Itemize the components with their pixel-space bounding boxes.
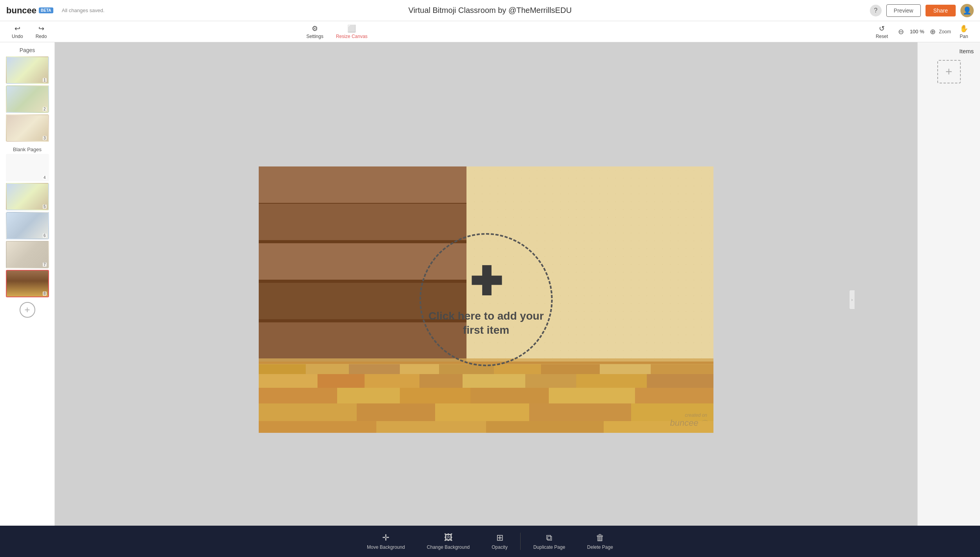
pan-button[interactable]: ✋ Pan: [954, 22, 974, 42]
svg-rect-40: [529, 403, 631, 421]
watermark-swirl: ⌒: [700, 420, 707, 427]
opacity-button[interactable]: ⊞ Opacity: [481, 530, 519, 553]
svg-rect-7: [259, 240, 466, 243]
svg-rect-25: [365, 374, 419, 388]
page-num-3: 3: [43, 136, 47, 140]
page-title: Virtual Bitmoji Classroom by @TheMerrill…: [408, 6, 572, 15]
page-thumb-4[interactable]: 4: [6, 154, 49, 181]
redo-button[interactable]: ↪ Redo: [30, 22, 53, 42]
zoom-out-button[interactable]: ⊖: [897, 26, 906, 38]
page-thumb-5[interactable]: 5: [6, 183, 49, 210]
page-num-1: 1: [43, 78, 47, 82]
svg-rect-31: [259, 388, 337, 403]
add-item-panel-button[interactable]: +: [937, 60, 961, 83]
undo-button[interactable]: ↩ Undo: [6, 22, 29, 42]
add-item-circle[interactable]: ✚ Click here to add your first item: [419, 233, 553, 366]
reset-icon: ↺: [879, 24, 885, 33]
svg-rect-36: [635, 388, 713, 403]
zoom-group: ⊖ 100 % ⊕ Zoom: [897, 26, 951, 38]
zoom-value: 100 %: [907, 29, 927, 34]
beta-badge: BETA: [39, 7, 53, 13]
page-thumb-1[interactable]: 1: [6, 56, 49, 84]
watermark-brand: buncee: [670, 418, 698, 428]
change-background-button[interactable]: 🖼 Change Background: [416, 530, 481, 553]
page-num-7: 7: [43, 262, 47, 267]
svg-rect-28: [525, 374, 576, 388]
move-bg-icon: ✛: [382, 533, 389, 543]
opacity-label: Opacity: [492, 544, 508, 550]
saved-status: All changes saved.: [62, 7, 105, 13]
settings-button[interactable]: ⚙ Settings: [301, 22, 329, 42]
resize-canvas-icon: ⬜: [347, 24, 356, 33]
reset-label: Reset: [876, 34, 888, 39]
svg-rect-34: [470, 388, 549, 403]
page-thumb-6[interactable]: 6: [6, 212, 49, 239]
svg-rect-6: [259, 204, 466, 241]
svg-rect-39: [435, 403, 529, 421]
page-num-8: 8: [43, 291, 47, 296]
page-thumb-3[interactable]: 3: [6, 114, 49, 142]
reset-button[interactable]: ↺ Reset: [870, 22, 893, 42]
share-button[interactable]: Share: [926, 5, 956, 16]
page-num-2: 2: [43, 107, 47, 111]
page-num-4: 4: [43, 175, 47, 180]
svg-rect-38: [357, 403, 435, 421]
canvas-area[interactable]: ✚ Click here to add your first item crea…: [55, 42, 917, 557]
redo-icon: ↪: [38, 24, 44, 33]
redo-label: Redo: [36, 34, 47, 39]
main-layout: Pages 1 2 3 Blank Pages 4 5 6: [0, 42, 980, 557]
blank-pages-label: Blank Pages: [13, 146, 42, 152]
delete-page-button[interactable]: 🗑 Delete Page: [576, 530, 624, 553]
add-item-text: Click here to add your first item: [421, 309, 551, 338]
pages-sidebar: Pages 1 2 3 Blank Pages 4 5 6: [0, 42, 55, 557]
svg-rect-24: [318, 374, 365, 388]
pan-label: Pan: [960, 34, 968, 39]
preview-button[interactable]: Preview: [886, 4, 921, 17]
svg-rect-29: [576, 374, 647, 388]
delete-label: Delete Page: [587, 544, 613, 550]
resize-canvas-label: Resize Canvas: [336, 34, 368, 39]
canvas-wrapper: ✚ Click here to add your first item crea…: [259, 166, 713, 433]
avatar[interactable]: 👤: [960, 4, 974, 17]
move-background-button[interactable]: ✛ Move Background: [356, 530, 416, 553]
watermark-created: created on: [670, 412, 707, 418]
bottom-toolbar: ✛ Move Background 🖼 Change Background ⊞ …: [0, 526, 980, 557]
logo-area: buncee BETA All changes saved.: [6, 5, 105, 16]
items-header: Items: [921, 45, 977, 57]
zoom-label: Zoom: [939, 29, 951, 34]
zoom-controls: ↺ Reset ⊖ 100 % ⊕ Zoom ✋ Pan: [870, 22, 974, 42]
help-button[interactable]: ?: [870, 5, 882, 16]
svg-rect-27: [463, 374, 525, 388]
duplicate-page-button[interactable]: ⧉ Duplicate Page: [522, 530, 576, 553]
logo: buncee: [6, 5, 36, 16]
toolbar: ↩ Undo ↪ Redo ⚙ Settings ⬜ Resize Canvas…: [0, 21, 980, 42]
add-page-button[interactable]: +: [20, 302, 35, 318]
undo-icon: ↩: [15, 24, 20, 33]
undo-redo-group: ↩ Undo ↪ Redo: [6, 22, 52, 42]
page-thumb-8[interactable]: 8: [6, 270, 49, 297]
pan-icon: ✋: [960, 24, 968, 33]
svg-rect-35: [549, 388, 635, 403]
svg-rect-23: [259, 374, 318, 388]
settings-icon: ⚙: [312, 24, 318, 33]
toolbar-center: ⚙ Settings ⬜ Resize Canvas: [301, 22, 373, 42]
move-bg-label: Move Background: [367, 544, 405, 550]
svg-rect-26: [419, 374, 463, 388]
svg-rect-43: [376, 421, 486, 433]
svg-rect-4: [259, 166, 466, 204]
svg-rect-42: [259, 421, 376, 433]
expand-right-handle[interactable]: ›: [849, 290, 855, 309]
undo-label: Undo: [12, 34, 23, 39]
watermark: created on buncee ⌒: [670, 412, 707, 428]
header: buncee BETA All changes saved. Virtual B…: [0, 0, 980, 21]
opacity-icon: ⊞: [496, 533, 503, 543]
page-thumb-7[interactable]: 7: [6, 241, 49, 268]
zoom-in-button[interactable]: ⊕: [928, 26, 937, 38]
resize-canvas-button[interactable]: ⬜ Resize Canvas: [330, 22, 373, 42]
svg-rect-33: [400, 388, 470, 403]
page-num-6: 6: [43, 233, 47, 238]
duplicate-label: Duplicate Page: [533, 544, 565, 550]
page-thumb-2[interactable]: 2: [6, 85, 49, 113]
header-actions: ? Preview Share 👤: [870, 4, 974, 17]
right-panel: Items +: [917, 42, 980, 557]
